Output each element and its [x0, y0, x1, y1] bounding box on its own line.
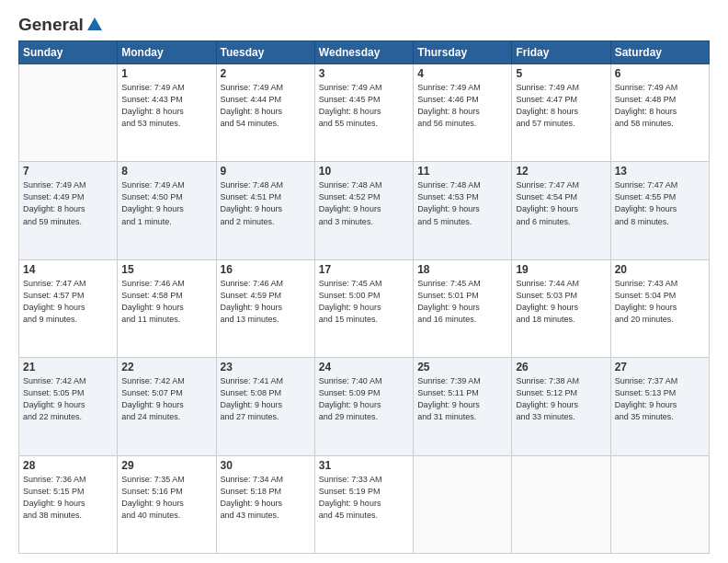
- day-info: Sunrise: 7:47 AMSunset: 4:57 PMDaylight:…: [23, 278, 113, 326]
- calendar-cell: 3Sunrise: 7:49 AMSunset: 4:45 PMDaylight…: [314, 64, 413, 162]
- calendar-cell: 29Sunrise: 7:35 AMSunset: 5:16 PMDayligh…: [118, 455, 216, 553]
- calendar-cell: 4Sunrise: 7:49 AMSunset: 4:46 PMDaylight…: [414, 64, 512, 162]
- day-number: 4: [417, 67, 507, 80]
- day-info: Sunrise: 7:49 AMSunset: 4:45 PMDaylight:…: [319, 82, 409, 130]
- calendar-cell: 8Sunrise: 7:49 AMSunset: 4:50 PMDaylight…: [118, 162, 216, 259]
- calendar-cell: 22Sunrise: 7:42 AMSunset: 5:07 PMDayligh…: [118, 358, 216, 455]
- weekday-header: Friday: [512, 41, 610, 64]
- day-info: Sunrise: 7:39 AMSunset: 5:11 PMDaylight:…: [417, 375, 507, 423]
- calendar-cell: 16Sunrise: 7:46 AMSunset: 4:59 PMDayligh…: [216, 259, 314, 357]
- day-number: 31: [319, 459, 409, 472]
- calendar-cell: 6Sunrise: 7:49 AMSunset: 4:48 PMDaylight…: [610, 64, 709, 162]
- day-info: Sunrise: 7:45 AMSunset: 5:01 PMDaylight:…: [417, 278, 507, 326]
- calendar-cell: 13Sunrise: 7:47 AMSunset: 4:55 PMDayligh…: [610, 162, 709, 259]
- day-number: 27: [615, 361, 705, 373]
- logo-general: General: [18, 15, 84, 35]
- day-number: 6: [615, 67, 705, 80]
- page: General SundayMondayTuesdayWednesdayThur…: [0, 0, 728, 563]
- calendar-cell: 11Sunrise: 7:48 AMSunset: 4:53 PMDayligh…: [414, 162, 512, 259]
- header: General: [18, 15, 710, 31]
- day-info: Sunrise: 7:48 AMSunset: 4:51 PMDaylight:…: [221, 179, 311, 227]
- calendar-cell: 7Sunrise: 7:49 AMSunset: 4:49 PMDaylight…: [19, 162, 118, 259]
- day-number: 16: [221, 263, 311, 276]
- day-number: 2: [221, 67, 311, 80]
- weekday-header: Saturday: [610, 41, 709, 64]
- calendar-table: SundayMondayTuesdayWednesdayThursdayFrid…: [18, 40, 710, 554]
- calendar-cell: 27Sunrise: 7:37 AMSunset: 5:13 PMDayligh…: [610, 358, 709, 455]
- calendar-cell: 1Sunrise: 7:49 AMSunset: 4:43 PMDaylight…: [118, 64, 216, 162]
- day-info: Sunrise: 7:49 AMSunset: 4:46 PMDaylight:…: [417, 82, 507, 130]
- calendar-cell: 2Sunrise: 7:49 AMSunset: 4:44 PMDaylight…: [216, 64, 314, 162]
- day-number: 20: [615, 263, 705, 276]
- day-info: Sunrise: 7:35 AMSunset: 5:16 PMDaylight:…: [121, 474, 211, 522]
- day-info: Sunrise: 7:48 AMSunset: 4:52 PMDaylight:…: [319, 179, 409, 227]
- day-number: 22: [121, 361, 211, 373]
- calendar-cell: 19Sunrise: 7:44 AMSunset: 5:03 PMDayligh…: [512, 259, 610, 357]
- day-number: 30: [221, 459, 311, 472]
- calendar-cell: [414, 455, 512, 553]
- day-number: 10: [319, 165, 409, 178]
- day-info: Sunrise: 7:43 AMSunset: 5:04 PMDaylight:…: [615, 278, 705, 326]
- day-info: Sunrise: 7:49 AMSunset: 4:43 PMDaylight:…: [121, 82, 211, 130]
- calendar-cell: 30Sunrise: 7:34 AMSunset: 5:18 PMDayligh…: [216, 455, 314, 553]
- weekday-header: Tuesday: [216, 41, 314, 64]
- day-info: Sunrise: 7:49 AMSunset: 4:50 PMDaylight:…: [121, 179, 211, 227]
- calendar-cell: 15Sunrise: 7:46 AMSunset: 4:58 PMDayligh…: [118, 259, 216, 357]
- calendar-cell: [19, 64, 118, 162]
- day-number: 3: [319, 67, 409, 80]
- calendar-cell: 10Sunrise: 7:48 AMSunset: 4:52 PMDayligh…: [314, 162, 413, 259]
- day-info: Sunrise: 7:44 AMSunset: 5:03 PMDaylight:…: [516, 278, 606, 326]
- day-info: Sunrise: 7:45 AMSunset: 5:00 PMDaylight:…: [319, 278, 409, 326]
- day-number: 7: [23, 165, 113, 178]
- day-number: 21: [23, 361, 113, 373]
- day-number: 1: [121, 67, 211, 80]
- calendar-cell: 31Sunrise: 7:33 AMSunset: 5:19 PMDayligh…: [314, 455, 413, 553]
- day-info: Sunrise: 7:49 AMSunset: 4:47 PMDaylight:…: [516, 82, 606, 130]
- day-info: Sunrise: 7:36 AMSunset: 5:15 PMDaylight:…: [23, 474, 113, 522]
- day-number: 12: [516, 165, 606, 178]
- calendar-cell: 12Sunrise: 7:47 AMSunset: 4:54 PMDayligh…: [512, 162, 610, 259]
- day-number: 14: [23, 263, 113, 276]
- day-number: 5: [516, 67, 606, 80]
- calendar-cell: [610, 455, 709, 553]
- weekday-header: Wednesday: [314, 41, 413, 64]
- calendar-cell: 26Sunrise: 7:38 AMSunset: 5:12 PMDayligh…: [512, 358, 610, 455]
- day-info: Sunrise: 7:46 AMSunset: 4:59 PMDaylight:…: [221, 278, 311, 326]
- day-info: Sunrise: 7:34 AMSunset: 5:18 PMDaylight:…: [221, 474, 311, 522]
- day-number: 18: [417, 263, 507, 276]
- day-info: Sunrise: 7:48 AMSunset: 4:53 PMDaylight:…: [417, 179, 507, 227]
- day-number: 28: [23, 459, 113, 472]
- day-number: 11: [417, 165, 507, 178]
- logo: General: [18, 15, 104, 31]
- day-info: Sunrise: 7:37 AMSunset: 5:13 PMDaylight:…: [615, 375, 705, 423]
- weekday-header: Thursday: [414, 41, 512, 64]
- day-info: Sunrise: 7:38 AMSunset: 5:12 PMDaylight:…: [516, 375, 606, 423]
- day-info: Sunrise: 7:42 AMSunset: 5:07 PMDaylight:…: [121, 375, 211, 423]
- day-info: Sunrise: 7:42 AMSunset: 5:05 PMDaylight:…: [23, 375, 113, 423]
- day-number: 24: [319, 361, 409, 373]
- day-number: 25: [417, 361, 507, 373]
- day-number: 23: [221, 361, 311, 373]
- logo-icon: [85, 16, 104, 34]
- calendar-cell: 17Sunrise: 7:45 AMSunset: 5:00 PMDayligh…: [314, 259, 413, 357]
- calendar-cell: 9Sunrise: 7:48 AMSunset: 4:51 PMDaylight…: [216, 162, 314, 259]
- weekday-header: Sunday: [19, 41, 118, 64]
- day-number: 17: [319, 263, 409, 276]
- calendar-cell: 24Sunrise: 7:40 AMSunset: 5:09 PMDayligh…: [314, 358, 413, 455]
- calendar-cell: 23Sunrise: 7:41 AMSunset: 5:08 PMDayligh…: [216, 358, 314, 455]
- day-info: Sunrise: 7:49 AMSunset: 4:48 PMDaylight:…: [615, 82, 705, 130]
- day-number: 26: [516, 361, 606, 373]
- day-number: 19: [516, 263, 606, 276]
- calendar-cell: 14Sunrise: 7:47 AMSunset: 4:57 PMDayligh…: [19, 259, 118, 357]
- calendar-cell: 28Sunrise: 7:36 AMSunset: 5:15 PMDayligh…: [19, 455, 118, 553]
- day-info: Sunrise: 7:40 AMSunset: 5:09 PMDaylight:…: [319, 375, 409, 423]
- calendar-cell: [512, 455, 610, 553]
- day-info: Sunrise: 7:47 AMSunset: 4:54 PMDaylight:…: [516, 179, 606, 227]
- calendar-cell: 18Sunrise: 7:45 AMSunset: 5:01 PMDayligh…: [414, 259, 512, 357]
- day-info: Sunrise: 7:49 AMSunset: 4:44 PMDaylight:…: [221, 82, 311, 130]
- calendar-cell: 25Sunrise: 7:39 AMSunset: 5:11 PMDayligh…: [414, 358, 512, 455]
- day-info: Sunrise: 7:47 AMSunset: 4:55 PMDaylight:…: [615, 179, 705, 227]
- day-number: 8: [121, 165, 211, 178]
- day-number: 29: [121, 459, 211, 472]
- day-info: Sunrise: 7:41 AMSunset: 5:08 PMDaylight:…: [221, 375, 311, 423]
